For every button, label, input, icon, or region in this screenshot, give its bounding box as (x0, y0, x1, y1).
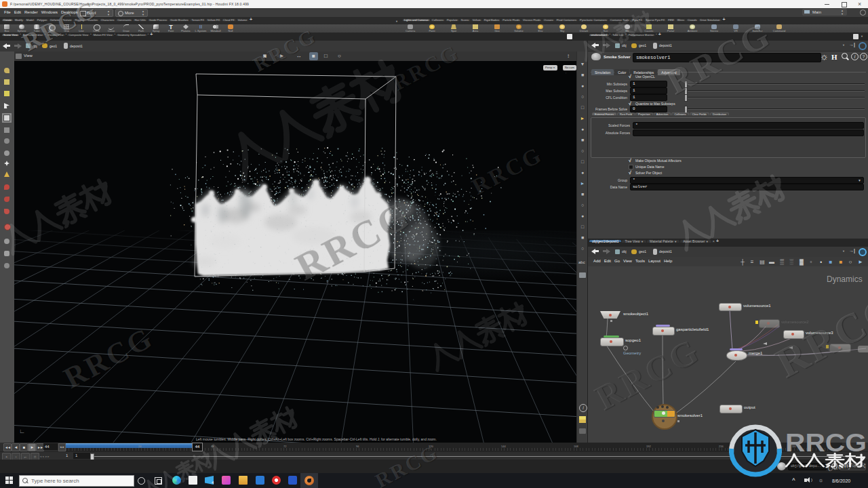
svg-text:RRCG: RRCG (785, 429, 867, 457)
